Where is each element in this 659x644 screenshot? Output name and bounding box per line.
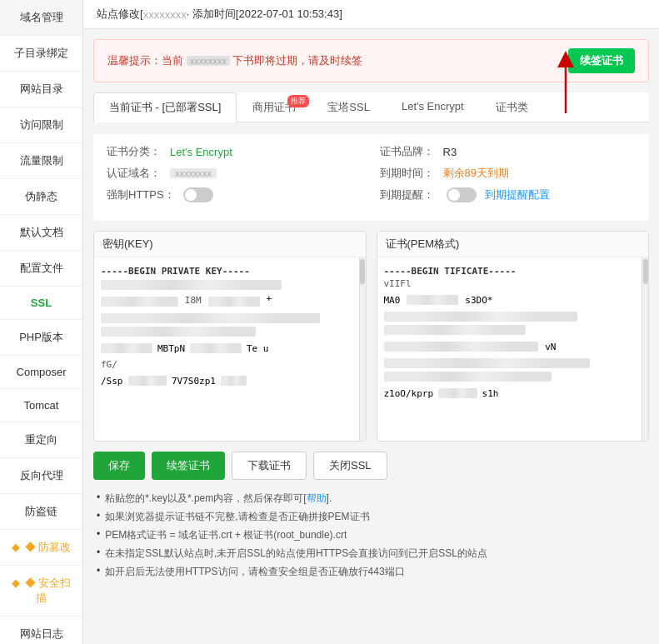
key-panel-title: 密钥(KEY) (94, 232, 366, 257)
cert-header: -----BEGIN TIFICATE----- (384, 266, 642, 277)
tab-letsencrypt[interactable]: Let's Encrypt (386, 92, 480, 122)
tip-5: 如开启后无法使用HTTPS访问，请检查安全组是否正确放行443端口 (97, 565, 646, 579)
tip-3: PEM格式证书 = 域名证书.crt + 根证书(root_bundle).cr… (97, 528, 646, 542)
cert-info-grid: 证书分类： Let's Encrypt 证书品牌： R3 认证域名： xxxxx… (107, 144, 636, 202)
cert-scrollbar[interactable] (642, 257, 648, 441)
sidebar-item-tomcat[interactable]: Tomcat (0, 389, 82, 422)
tip-1: 粘贴您的*.key以及*.pem内容，然后保存即可[帮助]. (97, 492, 646, 506)
cert-scrollbar-thumb (643, 259, 648, 284)
cert-https-row: 强制HTTPS： (107, 187, 363, 202)
sidebar-item-rewrite[interactable]: 伪静态 (0, 179, 82, 215)
cert-remind-row: 到期提醒： 到期提醒配置 (380, 187, 637, 202)
sidebar-item-domain[interactable]: 域名管理 (0, 0, 82, 36)
tabs-section: 当前证书 - [已部署SSL] 商用证书 推荐 宝塔SSL Let's Encr… (93, 92, 649, 122)
recommended-badge: 推荐 (287, 95, 309, 107)
sidebar-item-tamper[interactable]: ◆ 防篡改 (0, 530, 82, 566)
warning-renew-button[interactable]: 续签证书 (568, 48, 635, 73)
sidebar-item-proxy[interactable]: 反向代理 (0, 458, 82, 494)
tab-baota[interactable]: 宝塔SSL (312, 92, 386, 122)
topbar-suffix: · 添加时间[2022-07-01 10:53:43] (187, 7, 342, 22)
download-button[interactable]: 下载证书 (232, 452, 307, 480)
remind-config-link[interactable]: 到期提醒配置 (485, 187, 550, 202)
content-area: 温馨提示：当前 xxxxxxxx 下书即将过期，请及时续签 续签证书 当前证 (83, 29, 659, 644)
cert-panel: 证书(PEM格式) -----BEGIN TIFICATE----- vIIFl… (377, 231, 650, 442)
warning-banner: 温馨提示：当前 xxxxxxxx 下书即将过期，请及时续签 续签证书 (93, 39, 649, 82)
cert-info-section: 证书分类： Let's Encrypt 证书品牌： R3 认证域名： xxxxx… (93, 134, 649, 221)
sidebar-item-traffic[interactable]: 流量限制 (0, 143, 82, 179)
remind-toggle[interactable] (447, 187, 477, 202)
bottom-buttons: 保存 续签证书 下载证书 关闭SSL (93, 452, 649, 480)
cert-brand-row: 证书品牌： R3 (380, 144, 637, 159)
sidebar: 域名管理 子目录绑定 网站目录 访问限制 流量限制 伪静态 默认文档 配置文件 … (0, 0, 83, 644)
tips-section: 粘贴您的*.key以及*.pem内容，然后保存即可[帮助]. 如果浏览器提示证书… (93, 492, 649, 579)
ssl-tabs: 当前证书 - [已部署SSL] 商用证书 推荐 宝塔SSL Let's Encr… (93, 92, 649, 122)
sidebar-item-subdir[interactable]: 子目录绑定 (0, 36, 82, 72)
sidebar-item-logs[interactable]: 网站日志 (0, 617, 82, 644)
topbar-title: 站点修改[ (97, 7, 143, 22)
https-toggle[interactable] (183, 187, 213, 202)
key-content[interactable]: -----BEGIN PRIVATE KEY----- I8M + M (94, 257, 366, 441)
close-ssl-button[interactable]: 关闭SSL (313, 452, 387, 480)
sidebar-item-hotlink[interactable]: 防盗链 (0, 494, 82, 530)
key-line-1 (101, 280, 282, 290)
sidebar-item-ssl[interactable]: SSL (0, 287, 82, 320)
key-scrollbar[interactable] (359, 257, 366, 441)
tip-2: 如果浏览器提示证书链不完整,请检查是否正确拼接PEM证书 (97, 510, 646, 524)
save-button[interactable]: 保存 (93, 452, 145, 480)
cert-panel-title: 证书(PEM格式) (377, 232, 649, 257)
sidebar-item-security[interactable]: ◆ 安全扫描 (0, 566, 82, 617)
key-panel: 密钥(KEY) -----BEGIN PRIVATE KEY----- I8M … (93, 231, 367, 442)
sidebar-item-php[interactable]: PHP版本 (0, 320, 82, 356)
sidebar-item-redirect[interactable]: 重定向 (0, 422, 82, 458)
topbar: 站点修改[ xxxxxxxx · 添加时间[2022-07-01 10:53:4… (83, 0, 659, 29)
tab-current-cert[interactable]: 当前证书 - [已部署SSL] (93, 92, 237, 122)
tab-commercial[interactable]: 商用证书 推荐 (237, 92, 312, 122)
key-header: -----BEGIN PRIVATE KEY----- (101, 266, 359, 277)
sidebar-item-composer[interactable]: Composer (0, 356, 82, 389)
cert-panels: 密钥(KEY) -----BEGIN PRIVATE KEY----- I8M … (93, 231, 649, 442)
sidebar-item-default-doc[interactable]: 默认文档 (0, 215, 82, 251)
sidebar-item-access[interactable]: 访问限制 (0, 107, 82, 143)
sidebar-item-webdir[interactable]: 网站目录 (0, 72, 82, 107)
sidebar-item-config[interactable]: 配置文件 (0, 251, 82, 287)
help-link[interactable]: 帮助 (307, 492, 327, 504)
main-content: 站点修改[ xxxxxxxx · 添加时间[2022-07-01 10:53:4… (83, 0, 659, 644)
cert-type-row: 证书分类： Let's Encrypt (107, 144, 363, 159)
cert-expire-row: 到期时间： 剩余89天到期 (380, 166, 637, 181)
key-scrollbar-thumb (360, 259, 365, 284)
tab-certtype[interactable]: 证书类 (480, 92, 544, 122)
renew-button[interactable]: 续签证书 (152, 452, 225, 480)
cert-domain-row: 认证域名： xxxxxxxx (107, 166, 363, 181)
cert-content[interactable]: -----BEGIN TIFICATE----- vIIFl MA0 s3DO*… (377, 257, 649, 441)
tip-4: 在未指定SSL默认站点时,未开启SSL的站点使用HTTPS会直接访问到已开启SS… (97, 547, 646, 561)
topbar-domain: xxxxxxxx (143, 8, 187, 21)
warning-text: 温馨提示：当前 xxxxxxxx 下书即将过期，请及时续签 (107, 53, 558, 68)
